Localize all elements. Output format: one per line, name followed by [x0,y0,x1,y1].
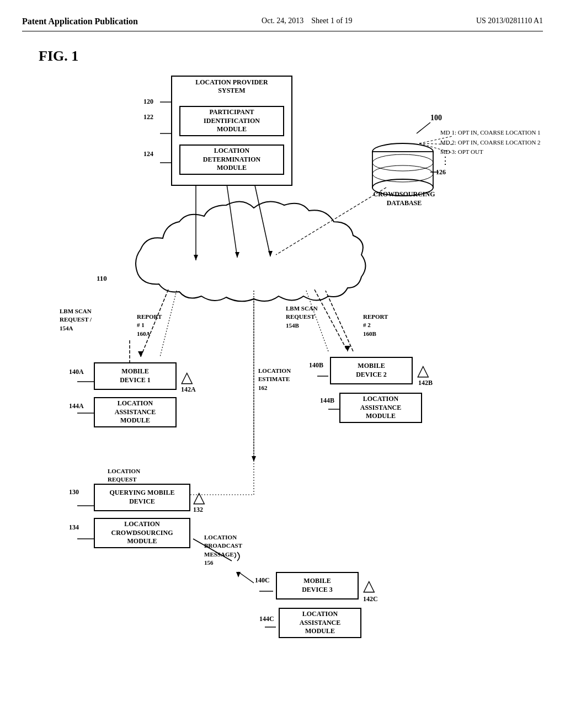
querying-mobile-box: QUERYING MOBILEDEVICE [94,484,190,511]
mobile-dev3-box: MOBILEDEVICE 3 [276,572,359,599]
ref-132: 132 [193,506,203,515]
svg-point-4 [372,165,433,182]
ref-140c: 140C [255,576,270,585]
ref-130: 130 [69,488,79,497]
svg-line-19 [315,290,348,351]
svg-line-8 [254,180,270,256]
ref-124: 124 [143,150,153,159]
svg-line-7 [226,180,237,258]
network-cloud [136,202,366,302]
ref-142b: 142B [418,379,433,388]
page-header: Patent Application Publication Oct. 24, … [22,17,543,31]
svg-marker-28 [236,572,241,577]
svg-marker-9 [194,255,198,260]
svg-line-5 [417,122,430,133]
ref-142a: 142A [181,386,196,394]
loc-assist2-box: LOCATIONASSISTANCEMODULE [339,393,422,423]
mobile-dev2-box: MOBILEDEVICE 2 [330,357,413,384]
ref-126: 126 [436,168,446,177]
loc-crowdsource-box: LOCATIONCROWDSOURCINGMODULE [94,518,190,548]
location-provider-label: LOCATION PROVIDERSYSTEM [177,78,287,95]
svg-marker-20 [345,346,350,351]
antenna-142c: △ [363,576,375,595]
report-160b: REPORT# 2160B [363,313,388,338]
svg-marker-23 [252,456,256,462]
loc-assist1-box: LOCATIONASSISTANCEMODULE [94,397,177,427]
diagram-area: FIG. 1 [22,42,543,677]
location-estimate: LOCATIONESTIMATE162 [258,367,291,392]
mobile-dev1-box: MOBILEDEVICE 1 [94,362,177,390]
header-date-sheet: Oct. 24, 2013 Sheet 1 of 19 [262,17,352,25]
lbm-scan-154a: LBM SCANREQUEST /154A [60,307,92,333]
location-broadcast: LOCATIONBROADCASTMESSAGE156 [204,533,242,568]
svg-line-30 [326,291,353,351]
ref-144b: 144B [320,397,334,405]
antenna-132: △ [193,488,205,506]
ref-120: 120 [143,98,153,106]
figure-label: FIG. 1 [39,48,78,65]
svg-line-12 [276,188,386,255]
loc-assist3-box: LOCATIONASSISTANCEMODULE [279,608,361,638]
svg-line-18 [160,291,177,357]
lbm-scan-154b: LBM SCANREQUEST154B [286,304,318,330]
svg-line-29 [238,572,254,583]
svg-marker-10 [235,252,239,258]
header-patent-number: US 2013/0281110 A1 [476,17,543,25]
svg-rect-1 [372,152,433,188]
svg-point-0 [372,143,433,160]
ref-142c: 142C [363,595,378,604]
ref-100: 100 [430,113,442,123]
ref-140a: 140A [69,368,84,377]
location-det-box: LOCATIONDETERMINATIONMODULE [179,144,284,175]
md-list: MD 1: OPT IN, COARSE LOCATION 1 MD 2: OP… [440,128,541,167]
ref-122: 122 [143,113,153,122]
antenna-142a: △ [181,368,193,386]
report-160a: REPORT# 1160A [137,313,162,338]
antenna-142b: △ [417,361,429,379]
page: Patent Application Publication Oct. 24, … [0,0,565,728]
ref-144c: 144C [259,615,274,624]
ref-144a: 144A [69,402,84,411]
svg-marker-17 [138,351,143,357]
participant-id-box: PARTICIPANTIDENTIFICATIONMODULE [179,106,284,136]
crowdsourcing-db-label: CROWDSOURCINGDATABASE [372,190,436,207]
svg-point-3 [372,154,433,171]
ref-134: 134 [69,523,79,532]
header-publication-type: Patent Application Publication [22,17,138,26]
ref-110: 110 [97,274,107,283]
ref-140b: 140B [309,361,323,370]
svg-marker-11 [268,251,273,256]
